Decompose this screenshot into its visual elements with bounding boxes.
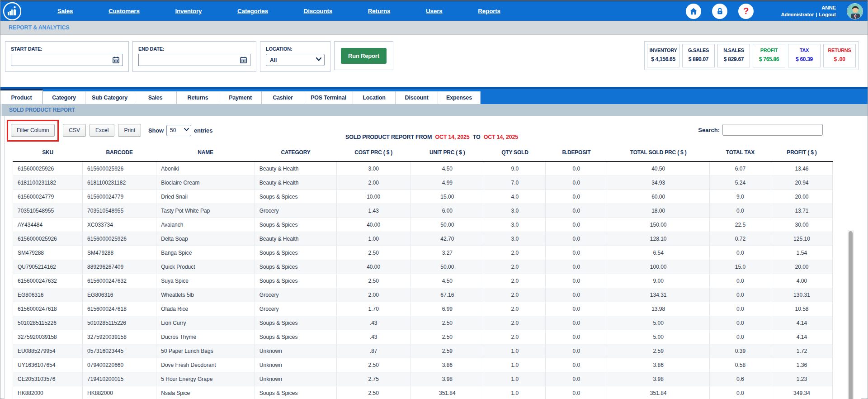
tab-sub-category[interactable]: Sub Category xyxy=(85,91,134,104)
start-date-input[interactable] xyxy=(11,54,109,66)
cell-sku: 6156000247618 xyxy=(13,302,83,316)
end-date-input[interactable] xyxy=(139,54,236,66)
start-date-label: START DATE: xyxy=(11,46,123,52)
cell-cost-prc: 2.50 xyxy=(337,246,410,260)
nav-item-categories[interactable]: Categories xyxy=(237,8,268,14)
cell-cost-prc: 2.50 xyxy=(337,386,410,399)
home-icon[interactable] xyxy=(686,4,701,19)
column-header-barcode[interactable]: BARCODE xyxy=(83,145,156,162)
nav-item-sales[interactable]: Sales xyxy=(57,8,73,14)
help-icon[interactable]: ? xyxy=(738,4,754,19)
cell-category: Beauty & Health xyxy=(255,232,336,246)
end-date-label: END DATE: xyxy=(138,46,250,52)
print-button[interactable]: Print xyxy=(118,124,141,137)
cell-cost-prc: 2.75 xyxy=(337,372,410,386)
start-date-calendar-icon[interactable] xyxy=(109,54,123,66)
cell-b-deposit: 0.0 xyxy=(546,204,607,218)
column-header-name[interactable]: NAME xyxy=(156,145,255,162)
cell-unit-prc: 4.99 xyxy=(410,176,484,190)
user-role-separator: | xyxy=(816,12,817,17)
card-value: $ 829.67 xyxy=(719,56,748,62)
logout-link[interactable]: Logout xyxy=(819,12,836,17)
tab-location[interactable]: Location xyxy=(353,91,396,104)
user-block: ANNE Administrator|Logout xyxy=(781,5,836,18)
top-nav: SalesCustomersInventoryCategoriesDiscoun… xyxy=(0,0,868,21)
search-input[interactable] xyxy=(722,124,823,136)
app-logo-icon[interactable] xyxy=(3,2,21,20)
nav-item-users[interactable]: Users xyxy=(426,8,443,14)
tab-category[interactable]: Category xyxy=(43,91,85,104)
nav-item-discounts[interactable]: Discounts xyxy=(304,8,332,14)
cell-total-sold-prc: 18.00 xyxy=(607,204,710,218)
column-header-unit-prc[interactable]: UNIT PRC ( $ ) xyxy=(410,145,484,162)
column-header-qty-sold[interactable]: QTY SOLD xyxy=(484,145,546,162)
cell-category: Unknown xyxy=(255,344,336,358)
cell-profit: 130.31 xyxy=(771,288,832,302)
cell-b-deposit: 0.0 xyxy=(546,274,607,288)
filter-column-button[interactable]: Filter Column xyxy=(11,124,55,137)
tab-returns[interactable]: Returns xyxy=(177,91,219,104)
report-content: Filter Column CSV Excel Print Show 50 en… xyxy=(4,116,861,399)
tab-pos-terminal[interactable]: POS Terminal xyxy=(304,91,353,104)
cell-barcode: 5010285115226 xyxy=(83,316,156,330)
tab-expenses[interactable]: Expenses xyxy=(438,91,481,104)
column-header-sku[interactable]: SKU xyxy=(13,145,83,162)
location-select[interactable]: All xyxy=(266,54,325,66)
cell-total-sold-prc: 134.31 xyxy=(607,288,710,302)
nav-item-returns[interactable]: Returns xyxy=(368,8,391,14)
column-header-total-sold-prc[interactable]: TOTAL SOLD PRC ( $ ) xyxy=(607,145,710,162)
cell-sku: QU7905214162 xyxy=(13,260,83,274)
column-header-category[interactable]: CATEGORY xyxy=(255,145,336,162)
table-row: 50102851152265010285115226Lion CurrySoup… xyxy=(13,316,833,330)
cell-qty-sold: 3.0 xyxy=(484,204,546,218)
scrollbar-thumb[interactable] xyxy=(849,231,853,399)
summary-card-returns: RETURNS$ .00 xyxy=(823,44,856,67)
cell-total-sold-prc: 100.00 xyxy=(607,260,710,274)
cell-profit: 20.00 xyxy=(771,260,832,274)
cell-cost-prc: 2.00 xyxy=(337,288,410,302)
cell-sku: 615600024779 xyxy=(13,190,83,204)
column-header-profit[interactable]: PROFIT ( $ ) xyxy=(771,145,832,162)
nav-item-customers[interactable]: Customers xyxy=(108,8,140,14)
cell-category: Beauty & Health xyxy=(255,176,336,190)
end-date-calendar-icon[interactable] xyxy=(236,54,250,66)
run-report-button[interactable]: Run Report xyxy=(341,48,387,64)
excel-button[interactable]: Excel xyxy=(90,124,114,137)
nav-item-reports[interactable]: Reports xyxy=(478,8,500,14)
cell-sku: 6156000025926 xyxy=(13,232,83,246)
cell-qty-sold: 1.0 xyxy=(484,372,546,386)
tab-product[interactable]: Product xyxy=(0,89,43,104)
vertical-scrollbar[interactable] xyxy=(848,230,854,399)
cell-cost-prc: 1.43 xyxy=(337,204,410,218)
tab-cashier[interactable]: Cashier xyxy=(262,91,304,104)
cell-unit-prc: 351.84 xyxy=(410,386,484,399)
avatar[interactable] xyxy=(847,3,863,19)
report-title-to: TO xyxy=(473,134,481,140)
entries-select[interactable]: 50 xyxy=(166,125,191,136)
cell-total-sold-prc: 128.10 xyxy=(607,232,710,246)
cell-profit: 125.10 xyxy=(771,232,832,246)
cell-unit-prc: 50.00 xyxy=(410,218,484,232)
tab-discount[interactable]: Discount xyxy=(396,91,438,104)
tab-payment[interactable]: Payment xyxy=(219,91,262,104)
nav-item-inventory[interactable]: Inventory xyxy=(175,8,202,14)
cell-profit: 1.36 xyxy=(771,358,832,372)
cell-unit-prc: 6.00 xyxy=(410,204,484,218)
column-header-total-tax[interactable]: TOTAL TAX xyxy=(709,145,771,162)
cell-sku: CE2053103576 xyxy=(13,372,83,386)
cell-profit: 1.54 xyxy=(771,246,832,260)
column-header-cost-prc[interactable]: COST PRC ( $ ) xyxy=(337,145,410,162)
cell-unit-prc: 3.86 xyxy=(410,358,484,372)
column-header-b-deposit[interactable]: B.DEPOSIT xyxy=(546,145,607,162)
csv-button[interactable]: CSV xyxy=(63,124,86,137)
cell-total-tax: 0.0 xyxy=(709,204,771,218)
cell-barcode: 3275920039158 xyxy=(83,330,156,344)
lock-icon[interactable] xyxy=(712,4,727,19)
table-row: EG806316EG806316Wheatlets 5lbGrocery2.00… xyxy=(13,288,833,302)
cell-category: Soups & Spices xyxy=(255,246,336,260)
cell-b-deposit: 0.0 xyxy=(546,330,607,344)
cell-sku: EU0885279954 xyxy=(13,344,83,358)
user-name: ANNE xyxy=(781,5,836,11)
tab-sales[interactable]: Sales xyxy=(134,91,177,104)
cell-qty-sold: 7.0 xyxy=(484,176,546,190)
